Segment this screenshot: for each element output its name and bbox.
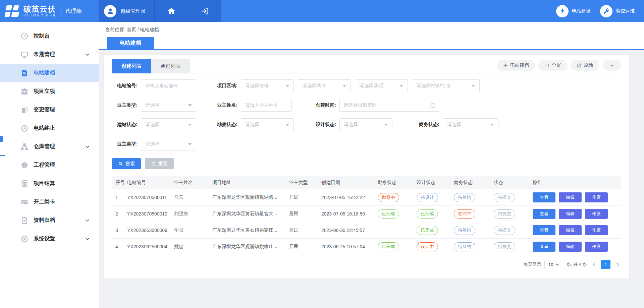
sidebar-scroll-indicator — [0, 155, 5, 156]
plus-icon — [503, 63, 508, 68]
logout-button[interactable] — [188, 0, 221, 22]
user-menu[interactable]: 超级管理员 — [99, 0, 154, 22]
prev-page-button[interactable] — [590, 260, 598, 269]
county-select[interactable]: 请选择县/区 — [355, 79, 408, 92]
edit-button[interactable]: 编辑 — [559, 242, 582, 252]
sidebar-item-general-mgmt[interactable]: 常规管理 — [0, 45, 99, 64]
tab-create-list[interactable]: 创建列表 — [112, 59, 151, 73]
void-button[interactable]: 作废 — [585, 209, 608, 219]
station-no-label: 电站编号: — [112, 83, 141, 89]
total-label: 条, 共 4 条 — [567, 261, 587, 267]
station-no-input[interactable] — [141, 79, 196, 92]
collapse-toolbar-button[interactable] — [603, 60, 621, 71]
view-button[interactable]: 查看 — [533, 192, 555, 202]
design-status-label: 设计状态: — [311, 122, 339, 128]
survey-status-select[interactable]: 请选择 — [241, 118, 294, 131]
void-button[interactable]: 作废 — [585, 192, 608, 202]
fullscreen-icon — [544, 63, 549, 68]
next-page-button[interactable] — [614, 260, 621, 269]
sitemap-icon — [20, 142, 29, 151]
date-range-input[interactable]: 请选择日期范围 — [339, 99, 440, 112]
survey-status-badge: 已完成 — [378, 242, 399, 251]
logout-icon — [201, 7, 209, 15]
refresh-icon — [577, 63, 582, 68]
archive-icon — [20, 216, 29, 225]
sidebar-item-data-archive[interactable]: 资料归档 — [0, 211, 99, 230]
bolt-icon — [559, 7, 566, 15]
sidebar-item-label: 系统设置 — [34, 235, 55, 242]
avatar[interactable] — [104, 5, 116, 17]
owner-type2-label: 业主类型: — [112, 141, 141, 147]
sidebar-item-station-termination[interactable]: 电站终止 — [0, 119, 99, 137]
sidebar-item-label: 项目立项 — [34, 88, 55, 95]
sidebar-item-system-settings[interactable]: 系统设置 — [0, 230, 99, 248]
view-button[interactable]: 查看 — [533, 225, 555, 235]
sidebar-item-warehouse-mgmt[interactable]: 仓库管理 — [0, 137, 99, 156]
owner-type-select[interactable]: 请选择 — [141, 99, 196, 112]
fullscreen-button[interactable]: 全屏 — [538, 60, 567, 71]
caret-down-icon — [188, 143, 192, 145]
reset-icon — [151, 161, 156, 166]
table-row: 3 YX2023063000009 学员 广东深圳龙华区黄石镇姚家庄... 居民… — [112, 222, 621, 239]
sidebar-item-dashboard[interactable]: 控制台 — [0, 27, 99, 45]
status-badge: 待提交 — [494, 193, 515, 202]
quick-link-station-build[interactable]: 电站建设 — [556, 5, 591, 17]
calendar-icon — [430, 103, 436, 108]
survey-status-badge: 勘察中 — [378, 193, 399, 202]
view-button[interactable]: 查看 — [533, 209, 555, 219]
briefcase-icon — [20, 87, 29, 96]
edit-button[interactable]: 编辑 — [559, 209, 582, 219]
business-status-label: 商务状态: — [414, 122, 443, 128]
owner-type2-select[interactable]: 请选择 — [141, 138, 196, 150]
design-status-badge: 待设计 — [417, 193, 438, 202]
calculator-icon — [20, 179, 29, 188]
sidebar-item-station-archive[interactable]: 电站建档 — [0, 64, 99, 82]
province-select[interactable]: 请选择省份 — [241, 79, 294, 92]
edit-button[interactable]: 编辑 — [559, 192, 582, 202]
sidebar-item-engineering-mgmt[interactable]: 工程管理 — [0, 156, 99, 174]
per-page-select[interactable]: 10 — [544, 260, 563, 269]
sidebar-item-project-initiation[interactable]: 项目立项 — [0, 82, 99, 101]
page-tab-station-archive[interactable]: 电站建档 — [107, 37, 154, 49]
design-status-badge: 已完成 — [417, 226, 438, 235]
void-button[interactable]: 作废 — [585, 225, 608, 235]
sidebar-item-change-mgmt[interactable]: 变更管理 — [0, 101, 99, 119]
design-status-select[interactable]: 请选择 — [339, 118, 392, 131]
caret-down-icon — [399, 85, 404, 87]
business-status-badge: 待签约 — [454, 226, 475, 235]
owner-name-input[interactable] — [241, 99, 292, 112]
page-1-button[interactable]: 1 — [601, 260, 610, 269]
document-icon — [20, 69, 29, 77]
refresh-button[interactable]: 刷新 — [571, 60, 599, 71]
chevron-down-icon — [85, 52, 90, 57]
chevron-right-icon — [615, 262, 620, 267]
pagination: 每页显示 10 条, 共 4 条 1 — [112, 259, 621, 270]
build-status-select[interactable]: 请选择 — [141, 118, 196, 131]
gauge-icon — [20, 161, 29, 170]
wrench-icon — [603, 8, 610, 15]
caret-down-icon — [188, 124, 192, 126]
home-button[interactable] — [154, 0, 188, 22]
tab-approved-list[interactable]: 通过列表 — [151, 59, 190, 73]
business-status-badge: 待签约 — [454, 242, 475, 251]
city-select[interactable]: 请选择城市 — [298, 79, 351, 92]
sidebar-item-label: 项目结算 — [34, 180, 55, 187]
sidebar-item-type2-card[interactable]: 开二类卡 — [0, 193, 99, 211]
edit-button[interactable]: 编辑 — [559, 225, 582, 235]
void-button[interactable]: 作废 — [585, 242, 608, 252]
settings-icon — [20, 235, 29, 243]
user-icon — [106, 7, 114, 15]
business-status-select[interactable]: 请选择 — [443, 118, 498, 131]
chevron-down-icon — [555, 262, 559, 266]
quick-link-monitor-ops[interactable]: 监控运维 — [600, 5, 635, 17]
view-button[interactable]: 查看 — [533, 242, 555, 252]
create-station-button[interactable]: 电站建档 — [497, 60, 535, 71]
sidebar-item-label: 电站终止 — [34, 125, 55, 132]
town-select[interactable]: 请选择村镇/街道 — [412, 79, 480, 92]
search-button[interactable]: 搜索 — [112, 158, 141, 169]
survey-status-label: 勘察状态: — [212, 122, 241, 128]
reset-button[interactable]: 重置 — [145, 158, 174, 169]
sidebar-item-project-settlement[interactable]: 项目结算 — [0, 174, 99, 193]
brand-subtitle: Po Jian Yun Fu — [23, 14, 56, 17]
caret-down-icon — [285, 124, 289, 126]
